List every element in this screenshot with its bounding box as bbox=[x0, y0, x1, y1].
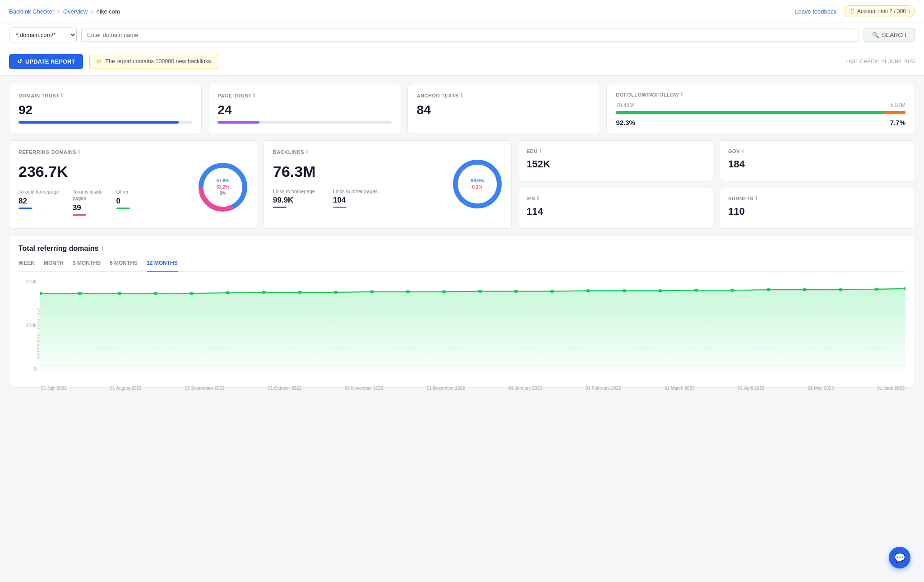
x-label-6: 01 December 2022 bbox=[427, 386, 465, 391]
ref-sub-homepage: To only homepage 82 bbox=[18, 189, 59, 216]
search-button[interactable]: 🔍 SEARCH bbox=[864, 28, 915, 42]
main-content: DOMAIN TRUST ℹ 92 PAGE TRUST ℹ 24 ANCHOR… bbox=[0, 76, 924, 396]
account-limit-badge: ⏱ Account limit 2 / 300 ℹ bbox=[844, 5, 915, 17]
subnets-card: SUBNETS ℹ 110 bbox=[720, 188, 915, 229]
backlinks-left: 76.3M Links to homepage 99.9K Links to o… bbox=[273, 159, 453, 209]
svg-point-25 bbox=[586, 289, 591, 292]
svg-point-30 bbox=[767, 288, 771, 291]
breadcrumb-current: nike.com bbox=[97, 8, 120, 15]
referring-domains-card: REFERRING DOMAINS ℹ 236.7K To only homep… bbox=[9, 140, 257, 229]
dofollow-bar bbox=[616, 111, 906, 114]
dofollow-card: DOFOLLOW/NOFOLLOW ℹ 70.48M 5.87M 92.3% 7… bbox=[606, 84, 915, 134]
domain-trust-fill bbox=[18, 121, 179, 124]
stats-top-row: DOMAIN TRUST ℹ 92 PAGE TRUST ℹ 24 ANCHOR… bbox=[9, 84, 915, 134]
breadcrumb-root[interactable]: Backlink Checker bbox=[9, 8, 54, 15]
breadcrumb-parent[interactable]: Overview bbox=[63, 8, 88, 15]
breadcrumb-sep1: > bbox=[57, 8, 60, 15]
x-label-2: 01 August 2022 bbox=[110, 386, 142, 391]
svg-point-29 bbox=[730, 289, 735, 292]
update-report-button[interactable]: ↺ UPDATE REPORT bbox=[9, 54, 83, 69]
backlinks-info-icon[interactable]: ℹ bbox=[306, 149, 308, 155]
gov-card: GOV ℹ 184 bbox=[720, 140, 915, 181]
chart-section: Total referring domains ℹ WEEK MONTH 3 M… bbox=[9, 235, 915, 388]
search-input[interactable] bbox=[81, 28, 859, 42]
backlinks-donut: 99.9% 0.1% bbox=[453, 159, 502, 209]
tab-6months[interactable]: 6 MONTHS bbox=[110, 260, 138, 272]
x-label-9: 01 March 2023 bbox=[665, 386, 695, 391]
backlinks-card: BACKLINKS ℹ 76.3M Links to homepage 99.9… bbox=[263, 140, 512, 229]
action-bar: ↺ UPDATE REPORT ⚙ The report contains 10… bbox=[0, 47, 924, 76]
referring-domains-value: 236.7K bbox=[18, 163, 198, 180]
svg-point-21 bbox=[442, 290, 446, 293]
ref-sub-inside: To only insidepages 39 bbox=[73, 189, 103, 216]
edu-value: 152K bbox=[527, 158, 705, 170]
dofollow-numbers: 70.48M 5.87M bbox=[616, 102, 906, 108]
ips-value: 114 bbox=[527, 206, 705, 217]
svg-point-28 bbox=[694, 289, 699, 292]
x-label-8: 01 February 2023 bbox=[586, 386, 621, 391]
svg-point-22 bbox=[478, 290, 482, 293]
tab-month[interactable]: MONTH bbox=[44, 260, 64, 272]
notice-text: The report contains 100000 new backlinks… bbox=[105, 58, 213, 65]
page-trust-fill bbox=[217, 121, 259, 124]
anchor-texts-info-icon[interactable]: ℹ bbox=[461, 92, 463, 98]
edu-info-icon[interactable]: ℹ bbox=[540, 148, 542, 154]
chart-info-icon[interactable]: ℹ bbox=[102, 246, 103, 252]
dofollow-left-num: 70.48M bbox=[616, 102, 634, 108]
notice-icon: ⚙ bbox=[96, 58, 102, 65]
x-label-5: 01 November 2022 bbox=[345, 386, 383, 391]
domain-select[interactable]: *.domain.com/* bbox=[9, 28, 77, 42]
search-bar: *.domain.com/* 🔍 SEARCH bbox=[0, 23, 924, 47]
domain-trust-progress bbox=[18, 121, 192, 124]
domain-trust-card: DOMAIN TRUST ℹ 92 bbox=[9, 84, 202, 134]
search-icon: 🔍 bbox=[872, 32, 879, 38]
edu-label: EDU ℹ bbox=[527, 148, 705, 154]
chart-area: REFERRING DOMAINS bbox=[40, 279, 906, 383]
x-label-10: 01 April 2023 bbox=[738, 386, 764, 391]
gov-info-icon[interactable]: ℹ bbox=[742, 148, 744, 154]
chart-tabs: WEEK MONTH 3 MONTHS 6 MONTHS 12 MONTHS bbox=[18, 260, 906, 272]
tab-week[interactable]: WEEK bbox=[18, 260, 35, 272]
dofollow-label: DOFOLLOW/NOFOLLOW ℹ bbox=[616, 92, 683, 97]
svg-point-32 bbox=[838, 288, 843, 291]
domain-trust-info-icon[interactable]: ℹ bbox=[61, 92, 63, 98]
donut-pink-pct: 32.2% bbox=[217, 184, 229, 190]
chart-svg bbox=[40, 279, 906, 383]
x-label-11: 01 May 2023 bbox=[808, 386, 834, 391]
svg-point-17 bbox=[298, 291, 302, 294]
svg-point-26 bbox=[622, 289, 627, 292]
gov-label: GOV ℹ bbox=[728, 148, 906, 154]
x-label-7: 01 January 2023 bbox=[508, 386, 542, 391]
dofollow-right-num: 5.87M bbox=[891, 102, 906, 108]
tab-12months[interactable]: 12 MONTHS bbox=[147, 260, 178, 272]
notice-box: ⚙ The report contains 100000 new backlin… bbox=[89, 54, 219, 69]
dofollow-info-icon[interactable]: ℹ bbox=[681, 92, 683, 97]
info-icon: ℹ bbox=[908, 9, 910, 14]
refresh-icon: ↺ bbox=[17, 58, 22, 65]
leave-feedback-link[interactable]: Leave feedback bbox=[795, 8, 836, 15]
backlinks-donut-container: 99.9% 0.1% bbox=[453, 159, 502, 209]
referring-domains-info-icon[interactable]: ℹ bbox=[78, 149, 80, 155]
subnets-info-icon[interactable]: ℹ bbox=[755, 195, 758, 201]
x-axis-labels: 01 July 2022 01 August 2022 01 September… bbox=[40, 386, 906, 391]
svg-point-12 bbox=[117, 292, 122, 295]
svg-point-15 bbox=[226, 291, 230, 295]
bl-bar-blue bbox=[273, 207, 286, 208]
dofollow-green-fill bbox=[616, 111, 883, 114]
x-label-1: 01 July 2022 bbox=[41, 386, 67, 391]
dofollow-orange-fill bbox=[883, 111, 906, 114]
page-trust-value: 24 bbox=[217, 103, 391, 117]
limit-icon: ⏱ bbox=[849, 8, 855, 15]
y-label-0: 0 bbox=[34, 366, 37, 372]
x-label-12: 01 June 2023 bbox=[877, 386, 905, 391]
dofollow-right-pct: 7.7% bbox=[890, 119, 906, 126]
stats-mid-row: REFERRING DOMAINS ℹ 236.7K To only homep… bbox=[9, 140, 915, 229]
last-check-label: LAST CHECK: 21 JUNE 2023 bbox=[845, 59, 915, 64]
anchor-texts-card: ANCHOR TEXTS ℹ 84 bbox=[407, 84, 600, 134]
page-trust-info-icon[interactable]: ℹ bbox=[253, 92, 255, 98]
ips-info-icon[interactable]: ℹ bbox=[537, 195, 539, 201]
ref-bar-blue bbox=[18, 208, 32, 209]
tab-3months[interactable]: 3 MONTHS bbox=[73, 260, 101, 272]
ref-bar-pink bbox=[73, 214, 86, 216]
svg-point-20 bbox=[406, 290, 410, 293]
